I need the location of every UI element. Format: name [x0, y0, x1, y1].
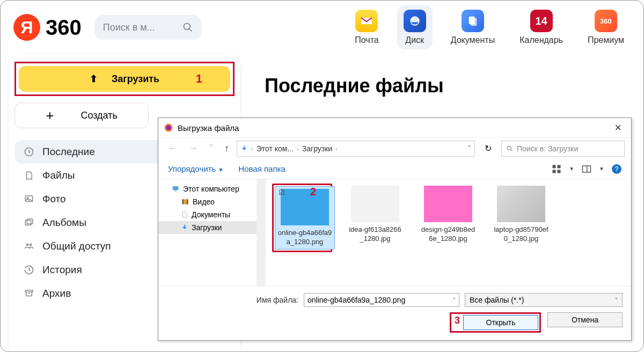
chevron-down-icon[interactable]: ▼	[569, 166, 574, 172]
tree-item-video[interactable]: Видео	[158, 195, 265, 208]
svg-rect-17	[558, 165, 561, 168]
close-icon[interactable]: ×	[610, 121, 626, 135]
svg-rect-16	[553, 165, 556, 168]
svg-rect-25	[182, 199, 184, 204]
svg-point-0	[184, 24, 190, 30]
file-item[interactable]: design-g249b8ed6e_1280.jpg	[418, 184, 478, 246]
up-arrow-icon[interactable]: ↑	[221, 143, 232, 154]
file-name: idea-gf613a8266_1280.jpg	[347, 225, 403, 244]
cancel-button[interactable]: Отмена	[547, 312, 623, 327]
forward-arrow-icon[interactable]: →	[185, 143, 201, 154]
app-label: Календарь	[519, 35, 563, 45]
filename-input[interactable]: online-gb4a66fa9a_1280.png ˅	[304, 293, 459, 307]
dialog-footer: Имя файла: online-gb4a66fa9a_1280.png ˅ …	[158, 287, 631, 338]
open-button[interactable]: Открыть	[463, 315, 538, 330]
app-calendar[interactable]: 14 Календарь	[513, 5, 569, 49]
svg-rect-18	[553, 170, 556, 173]
tree-label: Документы	[192, 210, 230, 219]
svg-point-10	[30, 244, 32, 246]
new-folder-button[interactable]: Новая папка	[238, 164, 285, 173]
file-item[interactable]: ☑ 2 online-gb4a66fa9a_1280.png	[275, 186, 335, 250]
back-arrow-icon[interactable]: ←	[165, 143, 181, 154]
nav-label: Фото	[42, 193, 66, 205]
file-open-dialog: Выгрузка файла × ← → ˅ ↑ › Этот ком... ›…	[158, 118, 632, 341]
file-icon	[23, 170, 35, 181]
svg-point-9	[26, 244, 29, 246]
people-icon	[23, 240, 35, 252]
svg-rect-23	[174, 190, 177, 191]
breadcrumb-item[interactable]: Загрузки	[302, 144, 332, 153]
tree-item-pc[interactable]: Этот компьютер	[158, 182, 265, 195]
thumbnail	[424, 186, 472, 222]
app-label: Почта	[355, 35, 378, 45]
app-documents[interactable]: Документы	[444, 5, 501, 49]
recent-chevron-icon[interactable]: ˅	[206, 143, 217, 155]
logo-yandex-icon: Я	[13, 14, 40, 41]
folder-tree: Этот компьютер Видео Документы Загрузки	[158, 179, 266, 286]
download-arrow-icon	[240, 145, 248, 152]
file-name: online-gb4a66fa9a_1280.png	[277, 229, 332, 247]
archive-icon	[23, 288, 35, 299]
dialog-title: Выгрузка файла	[178, 123, 239, 133]
dialog-search-input[interactable]: Поиск в: Загрузки	[501, 141, 625, 157]
tree-label: Загрузки	[192, 223, 222, 232]
dialog-titlebar: Выгрузка файла ×	[158, 118, 631, 137]
search-placeholder: Поиск в м...	[103, 22, 182, 33]
app-switcher: Почта Диск Документы 14 Календарь 360 Пр…	[348, 5, 631, 49]
app-disk[interactable]: Диск	[397, 5, 433, 49]
create-button[interactable]: + Создать	[14, 102, 149, 128]
annotation-3: 3	[455, 315, 460, 330]
chevron-down-icon[interactable]: ˅	[453, 297, 456, 303]
svg-line-1	[189, 29, 192, 32]
checkbox-icon[interactable]: ☑	[279, 188, 285, 196]
app-mail[interactable]: Почта	[348, 5, 385, 49]
svg-rect-26	[187, 199, 188, 204]
upload-label: Загрузить	[112, 74, 159, 85]
chevron-down-icon[interactable]: ▼	[599, 166, 604, 172]
page-title: Последние файлы	[265, 75, 635, 97]
nav-label: Файлы	[42, 170, 75, 181]
app-label: Премиум	[588, 35, 624, 45]
file-name: laptop-gd85790ef0_1280.jpg	[493, 225, 549, 244]
filter-text: Все файлы (*.*)	[470, 296, 524, 304]
file-item[interactable]: idea-gf613a8266_1280.jpg	[345, 184, 405, 246]
tree-label: Этот компьютер	[183, 185, 239, 193]
pc-icon	[171, 185, 180, 193]
file-item[interactable]: laptop-gd85790ef0_1280.jpg	[491, 184, 551, 246]
file-grid: ☑ 2 online-gb4a66fa9a_1280.png idea-gf61…	[266, 179, 631, 286]
upload-icon: ⬆	[90, 73, 98, 85]
download-icon	[181, 224, 188, 231]
view-mode-button[interactable]	[552, 164, 561, 174]
tree-label: Видео	[193, 197, 215, 206]
filetype-select[interactable]: Все файлы (*.*) ˅	[465, 293, 623, 307]
refresh-icon[interactable]: ↻	[479, 143, 497, 153]
app-premium[interactable]: 360 Премиум	[581, 5, 631, 49]
tree-item-downloads[interactable]: Загрузки	[158, 221, 265, 234]
dialog-toolbar: Упорядочить ▼ Новая папка ▼ ▼ ?	[158, 159, 631, 179]
dialog-body: Этот компьютер Видео Документы Загрузки …	[158, 179, 631, 287]
annotation-box-3: 3 Открыть	[450, 312, 541, 333]
preview-pane-button[interactable]	[582, 164, 591, 174]
svg-rect-19	[558, 170, 561, 173]
upload-button[interactable]: ⬆ Загрузить 1	[19, 66, 230, 92]
thumbnail	[351, 186, 399, 222]
search-input[interactable]: Поиск в м...	[94, 15, 202, 40]
help-icon[interactable]: ?	[612, 164, 621, 174]
app-label: Документы	[451, 35, 495, 45]
organize-button[interactable]: Упорядочить ▼	[168, 164, 223, 173]
tree-item-documents[interactable]: Документы	[158, 208, 265, 221]
annotation-box-1: ⬆ Загрузить 1	[14, 62, 235, 96]
logo[interactable]: Я 360	[13, 14, 82, 41]
breadcrumb[interactable]: › Этот ком... › Загрузки › ˅	[237, 141, 475, 157]
header: Я 360 Поиск в м... Почта Диск Документы …	[1, 1, 643, 54]
svg-rect-7	[25, 221, 31, 225]
thumbnail	[497, 186, 545, 222]
scrollbar[interactable]	[257, 179, 265, 286]
plus-icon: +	[46, 108, 54, 122]
search-placeholder: Поиск в: Загрузки	[517, 144, 578, 153]
chevron-down-icon: ˅	[615, 297, 618, 303]
svg-rect-8	[27, 219, 33, 224]
history-icon	[23, 264, 35, 276]
chevron-down-icon[interactable]: ˅	[467, 144, 471, 153]
breadcrumb-item[interactable]: Этот ком...	[257, 144, 294, 153]
